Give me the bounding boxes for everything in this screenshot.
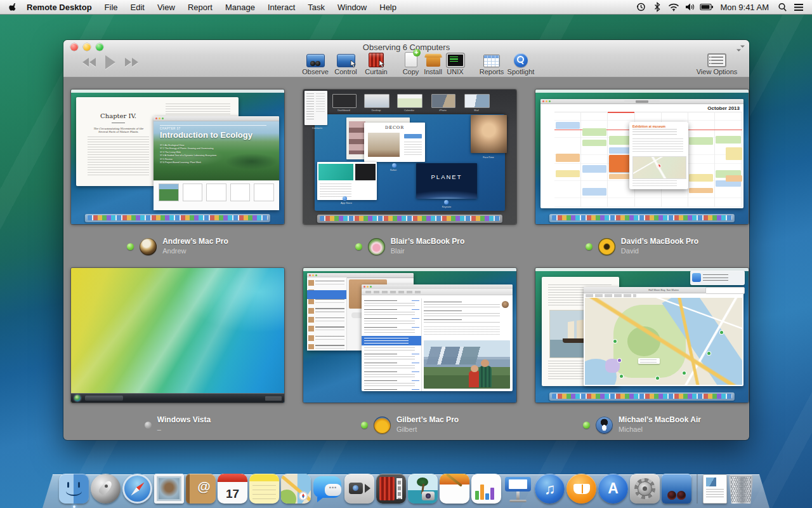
unix-button[interactable]: UNIX [445, 51, 466, 76]
minimize-button[interactable] [83, 43, 91, 51]
computer-thumbnail-michael[interactable]: Half Moon Bay, San Mateo [535, 268, 749, 403]
window-chrome: Observing 6 Computers Observe Control [63, 40, 749, 77]
dock-remote-desktop-icon[interactable] [662, 474, 691, 504]
view-options-button[interactable]: View Options [695, 51, 739, 76]
toolbar: Observe Control Curtain [63, 54, 749, 77]
curtain-icon [369, 53, 384, 67]
map-area [585, 298, 742, 385]
play-button[interactable] [105, 55, 115, 69]
vista-task-button [85, 396, 123, 401]
menu-report[interactable]: Report [181, 3, 219, 12]
menu-view[interactable]: View [151, 3, 181, 12]
window-title: Observing 6 Computers [363, 43, 450, 52]
keynote-app-icon [444, 200, 449, 204]
dock-mail-icon[interactable] [154, 474, 184, 504]
battery-icon[interactable] [700, 0, 714, 14]
control-icon [337, 54, 355, 67]
bluetooth-icon[interactable] [650, 0, 664, 14]
dock-pages-icon[interactable] [440, 474, 469, 504]
dock-maps-icon[interactable] [281, 474, 311, 504]
dock-safari-icon[interactable] [122, 474, 152, 504]
computer-user: David [621, 246, 698, 256]
computer-thumbnail-gilbert[interactable] [303, 268, 516, 403]
computer-user: Blair [391, 246, 465, 256]
computer-label-vista[interactable]: Windows Vista – [71, 415, 284, 435]
copy-button[interactable]: Copy [400, 51, 421, 76]
computer-label-david[interactable]: David’s MacBook Pro David [535, 236, 749, 257]
computer-label-andrew[interactable]: Andrew’s Mac Pro Andrew [71, 236, 284, 257]
menu-interact[interactable]: Interact [261, 3, 301, 12]
dock-text-document-icon[interactable] [703, 474, 727, 504]
mini-appstore-window [317, 162, 377, 200]
mail-photo-attachment [424, 340, 510, 389]
notification-center-icon[interactable] [792, 0, 806, 14]
status-dot-online [127, 243, 134, 250]
menu-edit[interactable]: Edit [124, 3, 151, 12]
dock-contacts-icon[interactable]: @ [186, 474, 216, 504]
dock-calendar-icon[interactable]: 17 [218, 474, 247, 504]
menu-manage[interactable]: Manage [219, 3, 261, 12]
reports-table-icon [483, 55, 500, 67]
mc-space-mail [464, 94, 490, 108]
dock-launchpad-icon[interactable] [91, 474, 121, 504]
mail-message-list [362, 298, 422, 391]
vista-taskbar [71, 393, 284, 403]
volume-icon[interactable] [683, 0, 697, 14]
mini-ibooks-window: CHAPTER 37 Introduction to Ecology 37.1 … [154, 116, 279, 210]
dock-photo-booth-icon[interactable] [376, 474, 406, 504]
wifi-icon[interactable] [667, 0, 681, 14]
fullscreen-icon[interactable] [737, 44, 744, 51]
computer-thumbnail-vista[interactable] [71, 268, 284, 403]
dock-app-store-icon[interactable]: A [598, 474, 628, 504]
time-machine-icon[interactable] [634, 0, 648, 14]
appstore-app-icon [343, 196, 347, 201]
install-button[interactable]: Install [422, 51, 443, 76]
dock-keynote-icon[interactable] [503, 474, 533, 504]
computer-thumbnail-andrew[interactable]: Chapter IV. The Circumnutating Movements… [71, 90, 284, 224]
dock-notes-icon[interactable] [249, 474, 279, 504]
dock-iphoto-icon[interactable] [408, 474, 438, 504]
curtain-button[interactable]: Curtain [363, 51, 390, 76]
dock-numbers-icon[interactable] [471, 474, 501, 504]
status-dot-online [586, 243, 593, 250]
spotlight-menu-icon[interactable] [775, 0, 789, 14]
forward-button[interactable] [125, 58, 138, 67]
control-button[interactable]: Control [332, 51, 359, 76]
menu-bar: Remote Desktop File Edit View Report Man… [0, 0, 812, 15]
computer-label-michael[interactable]: Michael’s MacBook Air Michael [535, 415, 749, 435]
dock-ibooks-icon[interactable] [566, 474, 596, 504]
computer-label-blair[interactable]: Blair’s MacBook Pro Blair [303, 236, 516, 257]
computer-cell-david: October 2013 [535, 90, 749, 268]
menu-app-name[interactable]: Remote Desktop [24, 3, 98, 12]
computer-label-gilbert[interactable]: Gilbert’s Mac Pro Gilbert [303, 415, 516, 435]
status-dot-online [355, 243, 362, 250]
computer-thumbnail-blair[interactable]: Dashboard Desktop Calendar iPhoto Mail C… [303, 90, 516, 224]
zoom-button[interactable] [96, 43, 103, 51]
spotlight-button[interactable]: Spotlight [508, 51, 534, 76]
reports-button[interactable]: Reports [478, 51, 505, 76]
dock-facetime-icon[interactable] [344, 474, 374, 504]
menu-help[interactable]: Help [373, 3, 403, 12]
menu-task[interactable]: Task [301, 3, 331, 12]
menu-window[interactable]: Window [331, 3, 373, 12]
dock-system-preferences-icon[interactable] [630, 474, 660, 504]
mini-keynote-window: PLANET [416, 163, 477, 199]
mini-contacts-window [304, 91, 327, 125]
computer-cell-michael: Half Moon Bay, San Mateo [535, 268, 749, 435]
menu-bar-clock[interactable]: Mon 9:41 AM [716, 3, 773, 12]
dock-trash-icon[interactable] [729, 474, 753, 504]
observe-button[interactable]: Observe [302, 51, 329, 76]
notification-banner [690, 271, 745, 285]
back-button[interactable] [82, 58, 96, 67]
mini-facetime-window [471, 115, 507, 153]
computer-thumbnail-david[interactable]: October 2013 [535, 90, 749, 224]
avatar-eagle [140, 238, 157, 255]
dock-itunes-icon[interactable]: ♫ [535, 474, 565, 504]
calendar-event-popover: Exhibition at museum [629, 122, 688, 189]
menu-file[interactable]: File [98, 3, 124, 12]
close-button[interactable] [70, 43, 78, 51]
apple-menu-icon[interactable] [0, 2, 24, 12]
map-callout [638, 358, 660, 364]
dock-messages-icon[interactable]: ••• [313, 474, 343, 504]
dock-finder-icon[interactable] [59, 474, 89, 504]
